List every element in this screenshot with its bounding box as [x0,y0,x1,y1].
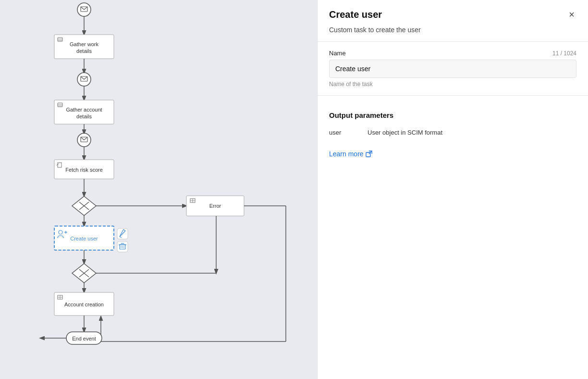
fetch-risk-label: Fetch risk score [65,167,103,173]
panel-header: Create user × [318,0,588,26]
learn-more-label: Learn more [329,150,364,158]
create-user-label: Create user [70,236,98,241]
error-label: Error [209,203,221,209]
name-input[interactable] [329,60,576,78]
properties-panel: Create user × Custom task to create the … [317,0,588,379]
flow-panel: Gather work details Gather account detai… [0,0,317,379]
panel-title: Create user [329,9,382,20]
end-event-label: End event [72,336,96,341]
param-value: User object in SCIM format [368,129,442,136]
name-label-row: Name 11 / 1024 [329,50,576,57]
panel-divider [318,41,588,42]
param-row: user User object in SCIM format [329,125,576,140]
name-counter: 11 / 1024 [552,50,576,57]
close-button[interactable]: × [567,9,576,20]
learn-more-link[interactable]: Learn more [329,150,372,158]
gather-account-label2: details [76,114,92,119]
param-key: user [329,129,358,136]
name-hint: Name of the task [329,81,576,88]
output-divider [318,95,588,96]
gather-work-label2: details [76,48,92,54]
external-link-icon [366,151,372,157]
account-creation-label: Account creation [64,302,104,307]
name-field-section: Name 11 / 1024 Name of the task [318,50,588,95]
name-label: Name [329,50,346,57]
output-params-title: Output parameters [318,103,588,125]
gather-work-label: Gather work [70,41,98,47]
learn-more-section: Learn more [318,140,588,168]
gather-account-label: Gather account [66,107,102,113]
output-params-section: user User object in SCIM format [318,125,588,140]
panel-subtitle: Custom task to create the user [318,26,588,41]
